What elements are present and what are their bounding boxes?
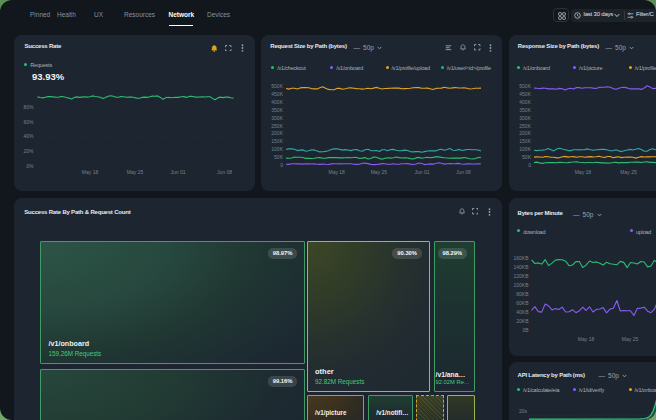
svg-text:80%: 80%: [23, 104, 34, 110]
svg-text:300K: 300K: [519, 115, 531, 121]
svg-text:300K: 300K: [271, 115, 283, 121]
svg-text:May 18: May 18: [81, 169, 98, 175]
svg-text:May 25: May 25: [371, 169, 388, 175]
svg-text:May 18: May 18: [574, 169, 591, 175]
svg-text:120KB: 120KB: [513, 272, 529, 278]
svg-text:0B: 0B: [522, 326, 529, 332]
svg-text:100K: 100K: [519, 146, 531, 152]
svg-text:50K: 50K: [522, 154, 532, 160]
svg-text:200K: 200K: [271, 130, 283, 136]
svg-text:May 25: May 25: [126, 169, 143, 175]
svg-text:May 25: May 25: [620, 169, 637, 175]
svg-text:60KB: 60KB: [516, 299, 529, 305]
svg-text:150K: 150K: [519, 138, 531, 144]
svg-text:400K: 400K: [271, 99, 283, 105]
svg-text:140KB: 140KB: [513, 263, 529, 269]
svg-text:150K: 150K: [271, 138, 283, 144]
svg-text:0: 0: [280, 162, 283, 168]
svg-text:500K: 500K: [519, 83, 531, 89]
svg-text:20%: 20%: [23, 148, 34, 154]
svg-text:20KB: 20KB: [516, 317, 529, 323]
svg-text:350K: 350K: [519, 107, 531, 113]
svg-text:Jun 01: Jun 01: [170, 169, 185, 175]
svg-text:500K: 500K: [271, 83, 283, 89]
svg-text:400K: 400K: [519, 99, 531, 105]
svg-text:350K: 350K: [271, 107, 283, 113]
svg-text:40KB: 40KB: [516, 308, 529, 314]
svg-text:May 18: May 18: [328, 169, 345, 175]
svg-text:160KB: 160KB: [513, 254, 529, 260]
svg-text:Jun 08: Jun 08: [456, 169, 471, 175]
svg-text:450K: 450K: [271, 91, 283, 97]
svg-text:100KB: 100KB: [513, 281, 529, 287]
svg-text:20s: 20s: [518, 408, 527, 414]
svg-text:250K: 250K: [519, 123, 531, 129]
svg-text:0: 0: [528, 162, 531, 168]
svg-text:60%: 60%: [23, 119, 34, 125]
svg-text:0%: 0%: [26, 163, 34, 169]
svg-text:May 25: May 25: [621, 335, 638, 341]
svg-text:200K: 200K: [519, 130, 531, 136]
svg-text:450K: 450K: [519, 91, 531, 97]
svg-text:250K: 250K: [271, 123, 283, 129]
svg-text:80KB: 80KB: [516, 290, 529, 296]
svg-text:Jun 08: Jun 08: [216, 169, 231, 175]
svg-text:100K: 100K: [271, 146, 283, 152]
svg-text:Jun 01: Jun 01: [414, 169, 429, 175]
svg-text:40%: 40%: [23, 133, 34, 139]
svg-text:May 18: May 18: [577, 335, 594, 341]
svg-text:50K: 50K: [274, 154, 284, 160]
